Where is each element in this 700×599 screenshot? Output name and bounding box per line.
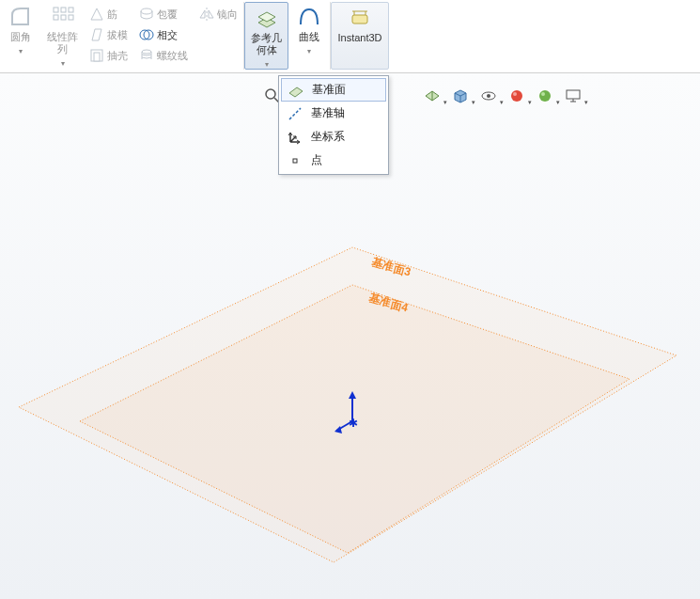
draft-label: 拔模 (107, 28, 128, 42)
menu-item-csys[interactable]: 坐标系 (281, 125, 386, 149)
shell-label: 抽壳 (107, 49, 128, 63)
svg-rect-12 (352, 15, 367, 24)
ribbon-toolbar: 圆角 ▾ 线性阵 列 ▾ 筋 拔模 抽壳 (0, 0, 700, 73)
appearance-button[interactable]: ▾ (507, 87, 526, 105)
draft-icon (89, 27, 104, 42)
ribbon-stack-2: 包覆 相交 螺纹线 (133, 2, 194, 66)
svg-point-19 (541, 92, 545, 96)
svg-line-24 (336, 421, 352, 431)
ribbon-group-instant3d: Instant3D (331, 0, 389, 71)
shell-icon (89, 48, 104, 63)
svg-rect-1 (61, 8, 66, 12)
display-style-button[interactable]: ▾ (451, 87, 470, 105)
wrap-button[interactable]: 包覆 (133, 4, 194, 24)
svg-point-11 (142, 50, 151, 54)
origin-triad: ✱ (334, 391, 358, 433)
curves-label: 曲线 (299, 31, 319, 43)
fillet-button[interactable]: 圆角 ▾ (0, 2, 41, 70)
sphere-green-icon (537, 87, 553, 104)
svg-point-17 (513, 92, 517, 96)
svg-point-15 (487, 94, 490, 98)
svg-point-8 (141, 8, 152, 14)
mirror-icon (199, 7, 214, 22)
intersect-label: 相交 (157, 28, 178, 42)
svg-rect-4 (61, 15, 66, 20)
dropdown-icon: ▾ (443, 99, 447, 106)
linear-pattern-icon (52, 6, 74, 28)
wrap-label: 包覆 (157, 8, 178, 22)
instant3d-button[interactable]: Instant3D (331, 2, 389, 70)
fillet-icon (9, 6, 32, 28)
menu-item-axis-label: 基准轴 (311, 105, 345, 121)
menu-item-csys-label: 坐标系 (311, 129, 345, 145)
sphere-red-icon (508, 87, 525, 104)
coordinate-system-icon (287, 129, 303, 146)
dropdown-icon: ▾ (19, 45, 23, 57)
menu-item-point[interactable]: 点 (281, 149, 386, 172)
svg-point-16 (511, 90, 522, 102)
curves-button[interactable]: 曲线 ▾ (288, 2, 330, 70)
svg-rect-2 (69, 8, 73, 12)
plane-icon (288, 82, 304, 99)
reference-geometry-button[interactable]: 参考几 何体 ▾ (244, 2, 288, 70)
curves-icon (298, 6, 320, 28)
svg-rect-0 (54, 8, 58, 12)
monitor-icon (565, 87, 582, 104)
linear-pattern-label: 线性阵 列 (47, 31, 78, 55)
menu-item-plane-label: 基准面 (312, 82, 346, 98)
point-icon (287, 152, 303, 169)
datum-plane-3[interactable] (19, 247, 677, 562)
ribbon-group-features: 圆角 ▾ 线性阵 列 ▾ 筋 拔模 抽壳 (0, 0, 243, 71)
intersect-icon (139, 27, 154, 42)
section-view-button[interactable]: ▾ (423, 87, 442, 105)
thread-icon (139, 48, 154, 63)
svg-rect-7 (94, 53, 100, 61)
mirror-button[interactable]: 镜向 (194, 4, 243, 24)
rib-icon (89, 7, 104, 22)
dropdown-icon: ▾ (265, 58, 269, 71)
dropdown-icon: ▾ (61, 57, 65, 70)
ribbon-stack-1: 筋 拔模 抽壳 (84, 2, 133, 66)
rib-button[interactable]: 筋 (84, 4, 133, 24)
plane4-label: 基准面4 (367, 291, 411, 316)
cube-icon (452, 87, 469, 104)
intersect-button[interactable]: 相交 (133, 24, 194, 45)
reference-geometry-icon (256, 7, 278, 29)
fillet-label: 圆角 (10, 31, 31, 43)
reference-geometry-label: 参考几 何体 (251, 32, 282, 56)
dropdown-icon: ▾ (584, 99, 588, 106)
ribbon-stack-3: 镜向 (194, 2, 243, 24)
svg-point-13 (266, 89, 275, 99)
menu-item-plane[interactable]: 基准面 (281, 78, 386, 102)
draft-button[interactable]: 拔模 (84, 24, 133, 45)
dropdown-icon: ▾ (500, 99, 504, 106)
dropdown-icon: ▾ (472, 99, 475, 106)
thread-button[interactable]: 螺纹线 (133, 45, 194, 66)
instant3d-label: Instant3D (337, 32, 381, 44)
scene-button[interactable]: ▾ (536, 87, 554, 105)
axis-icon (287, 105, 303, 122)
mirror-label: 镜向 (217, 8, 238, 22)
rib-label: 筋 (107, 8, 117, 22)
svg-marker-25 (334, 426, 342, 433)
eye-icon (480, 87, 497, 104)
ribbon-group-reference: 参考几 何体 ▾ 曲线 ▾ (244, 0, 330, 71)
plane3-label: 基准面3 (370, 255, 413, 280)
svg-rect-5 (69, 15, 73, 20)
svg-text:✱: ✱ (349, 417, 358, 430)
section-icon (424, 87, 441, 104)
menu-item-point-label: 点 (311, 152, 322, 168)
svg-rect-20 (567, 90, 580, 99)
svg-marker-23 (349, 391, 356, 399)
view-settings-button[interactable]: ▾ (564, 87, 583, 105)
menu-item-axis[interactable]: 基准轴 (281, 102, 386, 125)
svg-rect-3 (54, 15, 58, 20)
datum-plane-4[interactable] (80, 285, 630, 553)
instant3d-icon (349, 7, 371, 29)
dropdown-icon: ▾ (307, 45, 311, 57)
svg-point-18 (539, 90, 551, 102)
dropdown-icon: ▾ (528, 99, 532, 106)
linear-pattern-button[interactable]: 线性阵 列 ▾ (41, 2, 84, 70)
hide-show-button[interactable]: ▾ (479, 87, 498, 105)
shell-button[interactable]: 抽壳 (84, 45, 133, 66)
